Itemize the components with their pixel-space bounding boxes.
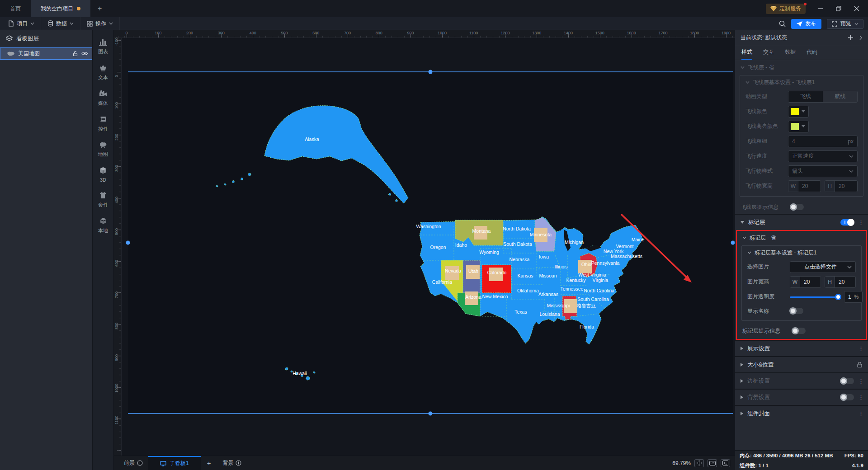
h-ruler-label: 1100 (469, 31, 478, 35)
menu-project[interactable]: 项目 (0, 17, 41, 30)
select-image-dropdown[interactable]: 点击选择文件 (790, 261, 856, 273)
show-name-toggle[interactable] (790, 308, 803, 314)
image-width-input[interactable]: W20 (790, 276, 821, 288)
kebab-menu-icon[interactable]: ⋮ (858, 221, 863, 224)
flyline-width-input[interactable]: 4 px (788, 136, 858, 147)
anim-type-route-option[interactable]: 航线 (823, 91, 858, 102)
subboard-tab[interactable]: 子看板1 (148, 456, 201, 470)
strip-item-map[interactable]: 地图 (93, 138, 113, 161)
section-header-4[interactable]: 组件封面⋮ (735, 405, 868, 421)
restore-button[interactable] (831, 2, 846, 15)
strip-item-widget[interactable]: 控件 (93, 112, 113, 136)
anim-type-flyline-option[interactable]: 飞线 (788, 91, 823, 102)
background-button[interactable]: 背景 (217, 456, 247, 470)
fly-speed-select[interactable]: 正常速度 (788, 150, 858, 162)
state-label: Ohio (581, 262, 591, 267)
custom-service-button[interactable]: 定制服务 (766, 4, 806, 14)
settings-tab-2[interactable]: 数据 (785, 45, 796, 60)
resize-handle-bottom[interactable] (429, 412, 433, 416)
image-height-input[interactable]: H20 (825, 276, 856, 288)
menu-data[interactable]: 数据 (41, 17, 80, 30)
add-state-button[interactable] (848, 35, 854, 41)
state-label: West Virginia (578, 272, 606, 277)
chevron-down-icon (747, 251, 751, 254)
state-label: North Dakota (503, 226, 531, 231)
kebab-menu-icon[interactable]: ⋮ (858, 396, 863, 399)
strip-item-chart[interactable]: 图表 (93, 35, 113, 59)
resize-handle-left[interactable] (126, 241, 130, 245)
kebab-menu-icon[interactable]: ⋮ (858, 413, 863, 415)
flyline-tooltip-toggle[interactable] (790, 204, 804, 210)
flyline-section-header[interactable]: 飞线层 - 省 (735, 61, 868, 74)
preview-button[interactable]: 预览 (827, 19, 863, 29)
section-header-3[interactable]: 背景设置⋮ (735, 389, 868, 405)
flyline-highlight-picker[interactable] (788, 121, 809, 132)
section-header-2[interactable]: 边框设置⋮ (735, 372, 868, 389)
state-label: Iowa (539, 254, 549, 259)
unlock-icon[interactable] (72, 51, 78, 56)
menu-actions[interactable]: 操作 (80, 17, 120, 30)
section-header-1[interactable]: 大小&位置 (735, 356, 868, 372)
chevron-down-icon (109, 22, 113, 25)
expand-states-button[interactable] (859, 35, 863, 40)
foreground-button[interactable]: 前景 (118, 456, 148, 470)
component-count: 组件数: 1 / 1 (740, 462, 769, 469)
kebab-menu-icon[interactable]: ⋮ (858, 348, 863, 350)
settings-scroll[interactable]: 飞线层 - 省 飞线层基本设置 - 飞线层1 动画类型 飞线 航线 飞线颜色 (735, 61, 868, 450)
state-label: North Carolina (584, 288, 614, 293)
add-circle-icon (236, 460, 241, 466)
section-header-0[interactable]: 展示设置⋮ (735, 340, 868, 356)
resize-handle-top[interactable] (429, 70, 433, 74)
h-ruler-label: 1800 (690, 31, 699, 35)
state-label: Massachusetts (611, 254, 642, 259)
lock-icon[interactable] (857, 362, 863, 368)
kebab-menu-icon[interactable]: ⋮ (858, 380, 863, 382)
marker-group-title: 标记层基本设置 - 标记层1 (755, 249, 816, 257)
close-button[interactable] (849, 2, 864, 15)
section-label: 大小&位置 (747, 361, 774, 369)
settings-tab-3[interactable]: 代码 (807, 45, 817, 60)
main-toolbar: 项目 数据 操作 发布 预览 (0, 17, 868, 30)
tab-project[interactable]: 我的空白项目 (31, 0, 90, 17)
opacity-slider[interactable] (790, 294, 840, 300)
marker-group-header[interactable]: 标记层基本设置 - 标记层1 (742, 246, 861, 259)
new-tab-button[interactable]: + (90, 0, 109, 17)
fit-view-button[interactable] (694, 459, 704, 467)
opacity-input[interactable]: 1 % (844, 291, 863, 303)
tab-home[interactable]: 首页 (0, 0, 31, 17)
settings-tab-1[interactable]: 交互 (763, 45, 774, 60)
fly-height-input[interactable]: H20 (825, 180, 858, 192)
layer-item-usa-map[interactable]: 美国地图 (0, 47, 92, 60)
settings-tab-0[interactable]: 样式 (741, 45, 752, 60)
menu-project-label: 项目 (17, 20, 28, 28)
strip-item-text[interactable]: 文本 (93, 61, 113, 85)
strip-item-cube[interactable]: 3D (93, 163, 113, 186)
v-ruler-label: 800 (114, 323, 119, 329)
state-label: Montana (472, 228, 491, 234)
marker-section-header[interactable]: 标记层 - 省 (737, 231, 866, 244)
canvas-area[interactable]: AlaskaHawaiiWashingtonOregonIdahoMontana… (114, 30, 735, 470)
add-subboard-button[interactable]: + (201, 456, 217, 470)
eye-icon[interactable] (81, 51, 88, 56)
usa-map-canvas[interactable]: AlaskaHawaiiWashingtonOregonIdahoMontana… (114, 30, 735, 456)
marker-layer-header[interactable]: 标记层 ⋮ (735, 214, 868, 230)
strip-item-local[interactable]: 本地 (93, 214, 113, 238)
keyboard-shortcuts-button[interactable] (708, 459, 717, 467)
triangle-down-icon (741, 221, 744, 224)
flyline-group-header[interactable]: 飞线层基本设置 - 飞线层1 (740, 75, 863, 89)
marker-layer-toggle[interactable] (840, 219, 854, 226)
strip-item-media[interactable]: 媒体 (93, 86, 113, 110)
search-icon[interactable] (779, 20, 786, 27)
strip-item-kit[interactable]: 套件 (93, 188, 113, 212)
flyline-color-picker[interactable] (788, 106, 809, 118)
console-button[interactable] (721, 459, 730, 467)
section-toggle[interactable] (840, 378, 854, 384)
fly-width-input[interactable]: W20 (788, 180, 821, 192)
publish-button[interactable]: 发布 (791, 19, 821, 29)
zoom-level[interactable]: 69.79% (672, 460, 691, 466)
section-toggle[interactable] (840, 394, 854, 400)
fly-style-select[interactable]: 箭头 (788, 165, 858, 177)
state-label: Idaho (455, 242, 467, 248)
marker-tooltip-toggle[interactable] (792, 328, 806, 334)
minimize-button[interactable] (813, 2, 828, 15)
